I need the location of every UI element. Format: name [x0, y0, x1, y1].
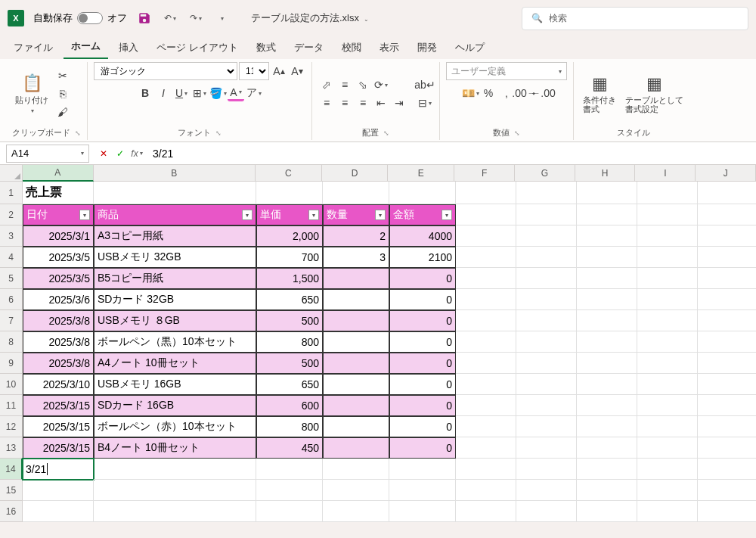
cell-C2[interactable]: 単価▾ — [256, 204, 323, 225]
col-header-B[interactable]: B — [94, 165, 256, 182]
cell-D4[interactable]: 3 — [323, 247, 389, 268]
cell-E8[interactable]: 0 — [389, 331, 456, 353]
cell-C4[interactable]: 700 — [256, 247, 323, 268]
cell-J3[interactable] — [698, 225, 756, 247]
cell-H15[interactable] — [577, 480, 637, 501]
cell-F15[interactable] — [456, 480, 516, 501]
cell-I3[interactable] — [637, 225, 698, 247]
font-name-select[interactable]: 游ゴシック — [94, 62, 237, 80]
cell-B12[interactable]: ボールペン（赤）10本セット — [94, 416, 256, 437]
cell-I1[interactable] — [637, 182, 698, 204]
autosave[interactable]: 自動保存 オフ — [33, 11, 127, 25]
cell-G11[interactable] — [516, 395, 577, 416]
cell-E4[interactable]: 2100 — [389, 247, 456, 268]
cell-A14[interactable]: 3/21 — [23, 459, 94, 480]
cell-I8[interactable] — [637, 331, 698, 353]
cell-A6[interactable]: 2025/3/6 — [23, 289, 94, 310]
cell-H13[interactable] — [577, 437, 637, 459]
align-right-button[interactable]: ≡ — [355, 95, 371, 111]
cell-F5[interactable] — [456, 268, 516, 289]
tab-ファイル[interactable]: ファイル — [6, 36, 60, 59]
col-header-J[interactable]: J — [696, 165, 756, 182]
font-color-button[interactable]: A▾ — [228, 85, 244, 101]
tab-挿入[interactable]: 挿入 — [111, 36, 146, 59]
cell-E1[interactable] — [389, 182, 456, 204]
cell-I11[interactable] — [637, 395, 698, 416]
cell-B9[interactable]: A4ノート 10冊セット — [94, 353, 256, 374]
cell-B7[interactable]: USBメモリ ８GB — [94, 310, 256, 331]
border-button[interactable]: ⊞▾ — [191, 85, 208, 101]
col-header-H[interactable]: H — [575, 165, 636, 182]
cell-J14[interactable] — [698, 459, 756, 480]
cell-H6[interactable] — [577, 289, 637, 310]
format-painter-button[interactable]: 🖌 — [54, 104, 71, 120]
indent-increase-button[interactable]: ⇥ — [391, 95, 407, 111]
font-dialog-launcher[interactable]: ⤡ — [215, 129, 222, 137]
name-box[interactable]: A14▾ — [6, 145, 89, 163]
search-box[interactable]: 🔍 検索 — [522, 7, 748, 30]
row-header-12[interactable]: 12 — [0, 416, 23, 437]
row-header-15[interactable]: 15 — [0, 480, 23, 501]
formula-input[interactable]: 3/21 — [145, 148, 756, 160]
filter-button[interactable]: ▾ — [242, 210, 253, 220]
cell-C3[interactable]: 2,000 — [256, 225, 323, 247]
cell-E3[interactable]: 4000 — [389, 225, 456, 247]
cell-F7[interactable] — [456, 310, 516, 331]
cell-J1[interactable] — [698, 182, 756, 204]
cell-J11[interactable] — [698, 395, 756, 416]
cell-E14[interactable] — [389, 459, 456, 480]
formula-cancel-button[interactable]: ✕ — [95, 145, 112, 162]
cell-J12[interactable] — [698, 416, 756, 437]
cell-H3[interactable] — [577, 225, 637, 247]
cell-I4[interactable] — [637, 247, 698, 268]
cell-F9[interactable] — [456, 353, 516, 374]
cell-B6[interactable]: SDカード 32GB — [94, 289, 256, 310]
cell-D6[interactable] — [323, 289, 389, 310]
orientation-button[interactable]: ⟳▾ — [373, 76, 389, 93]
cell-A4[interactable]: 2025/3/5 — [23, 247, 94, 268]
cell-E13[interactable]: 0 — [389, 437, 456, 459]
filter-button[interactable]: ▾ — [375, 210, 386, 220]
cell-E7[interactable]: 0 — [389, 310, 456, 331]
row-header-13[interactable]: 13 — [0, 437, 23, 459]
percent-button[interactable]: % — [480, 85, 497, 101]
align-middle-button[interactable]: ≡ — [336, 76, 353, 93]
fill-color-button[interactable]: 🪣▾ — [209, 85, 226, 101]
save-button[interactable] — [136, 10, 153, 26]
cell-F3[interactable] — [456, 225, 516, 247]
cell-G2[interactable] — [516, 204, 577, 225]
cell-B10[interactable]: USBメモリ 16GB — [94, 374, 256, 395]
cell-D13[interactable] — [323, 437, 389, 459]
copy-button[interactable]: ⎘ — [54, 86, 71, 102]
cell-I15[interactable] — [637, 480, 698, 501]
phonetic-button[interactable]: ア▾ — [246, 85, 262, 101]
cell-I6[interactable] — [637, 289, 698, 310]
cell-C10[interactable]: 650 — [256, 374, 323, 395]
cell-E5[interactable]: 0 — [389, 268, 456, 289]
cell-E6[interactable]: 0 — [389, 289, 456, 310]
cell-G14[interactable] — [516, 459, 577, 480]
cell-C15[interactable] — [256, 480, 323, 501]
cell-I13[interactable] — [637, 437, 698, 459]
cell-J13[interactable] — [698, 437, 756, 459]
cell-G6[interactable] — [516, 289, 577, 310]
spreadsheet-grid[interactable]: ABCDEFGHIJ 12345678910111213141516 売上票日付… — [0, 165, 756, 522]
cell-I12[interactable] — [637, 416, 698, 437]
cell-A8[interactable]: 2025/3/8 — [23, 331, 94, 353]
cell-G7[interactable] — [516, 310, 577, 331]
cell-F6[interactable] — [456, 289, 516, 310]
cell-F11[interactable] — [456, 395, 516, 416]
row-header-5[interactable]: 5 — [0, 268, 23, 289]
cell-G5[interactable] — [516, 268, 577, 289]
conditional-format-button[interactable]: ▦ 条件付き 書式 — [580, 71, 619, 117]
cell-D3[interactable]: 2 — [323, 225, 389, 247]
cell-I14[interactable] — [637, 459, 698, 480]
cell-G4[interactable] — [516, 247, 577, 268]
cell-B2[interactable]: 商品▾ — [94, 204, 256, 225]
cell-H16[interactable] — [577, 501, 637, 522]
cell-A13[interactable]: 2025/3/15 — [23, 437, 94, 459]
filter-button[interactable]: ▾ — [79, 210, 90, 220]
cell-A15[interactable] — [23, 480, 94, 501]
filter-button[interactable]: ▾ — [308, 210, 319, 220]
cell-E2[interactable]: 金額▾ — [389, 204, 456, 225]
